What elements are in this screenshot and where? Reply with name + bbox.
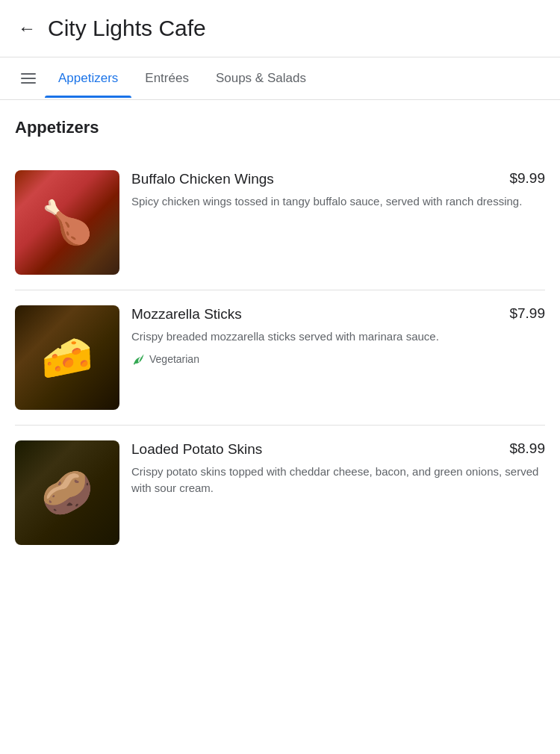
item-info-loaded-potato-skins: Loaded Potato Skins $8.99 Crispy potato … — [131, 440, 545, 545]
vegetarian-label: Vegetarian — [149, 353, 199, 365]
back-button[interactable]: ← — [12, 13, 42, 43]
menu-list-icon — [21, 73, 36, 84]
tab-soups-salads[interactable]: Soups & Salads — [202, 59, 320, 98]
main-content: Appetizers Buffalo Chicken Wings $9.99 S… — [0, 100, 560, 575]
tabs: Appetizers Entrées Soups & Salads — [45, 59, 548, 98]
item-price-potato: $8.99 — [509, 440, 545, 457]
menu-line-3 — [21, 82, 36, 84]
header: ← City Lights Cafe — [0, 0, 560, 57]
back-arrow-icon: ← — [18, 18, 36, 39]
item-image-buffalo-chicken-wings — [15, 170, 119, 275]
item-description-potato: Crispy potato skins topped with cheddar … — [131, 464, 545, 497]
menu-list-button[interactable] — [12, 57, 45, 99]
item-name-buffalo: Buffalo Chicken Wings — [131, 170, 502, 189]
leaf-icon — [131, 352, 145, 366]
item-header-buffalo: Buffalo Chicken Wings $9.99 — [131, 170, 545, 189]
tabs-container: Appetizers Entrées Soups & Salads — [0, 57, 560, 100]
item-price-buffalo: $9.99 — [509, 170, 545, 187]
tab-appetizers[interactable]: Appetizers — [45, 59, 131, 98]
item-header-mozz: Mozzarella Sticks $7.99 — [131, 305, 545, 324]
item-description-buffalo: Spicy chicken wings tossed in tangy buff… — [131, 193, 545, 211]
menu-line-1 — [21, 73, 36, 75]
vegetarian-badge: Vegetarian — [131, 352, 545, 366]
item-header-potato: Loaded Potato Skins $8.99 — [131, 440, 545, 459]
item-name-potato: Loaded Potato Skins — [131, 440, 502, 459]
item-price-mozz: $7.99 — [509, 305, 545, 322]
menu-line-2 — [21, 78, 36, 79]
section-title: Appetizers — [15, 118, 545, 137]
item-image-loaded-potato-skins — [15, 440, 119, 545]
wings-image — [15, 170, 119, 275]
item-info-buffalo-chicken-wings: Buffalo Chicken Wings $9.99 Spicy chicke… — [131, 170, 545, 275]
item-description-mozz: Crispy breaded mozzarella sticks served … — [131, 328, 545, 346]
page-title: City Lights Cafe — [48, 16, 206, 41]
potato-image — [15, 440, 119, 545]
mozz-image — [15, 305, 119, 410]
item-info-mozzarella-sticks: Mozzarella Sticks $7.99 Crispy breaded m… — [131, 305, 545, 410]
menu-item-buffalo-chicken-wings[interactable]: Buffalo Chicken Wings $9.99 Spicy chicke… — [15, 155, 545, 290]
item-name-mozz: Mozzarella Sticks — [131, 305, 502, 324]
menu-item-loaded-potato-skins[interactable]: Loaded Potato Skins $8.99 Crispy potato … — [15, 426, 545, 560]
menu-item-mozzarella-sticks[interactable]: Mozzarella Sticks $7.99 Crispy breaded m… — [15, 290, 545, 426]
tab-entrees[interactable]: Entrées — [131, 59, 202, 98]
item-image-mozzarella-sticks — [15, 305, 119, 410]
